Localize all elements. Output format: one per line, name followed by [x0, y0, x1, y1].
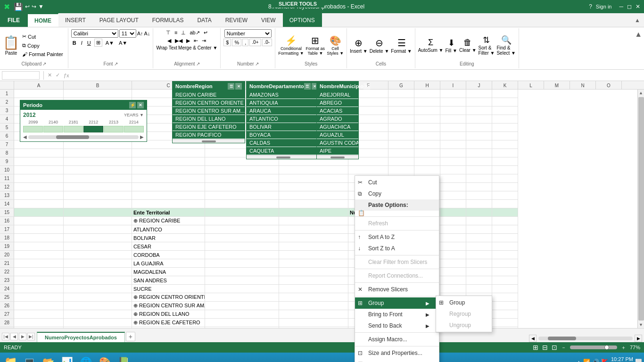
- text-rotate-btn[interactable]: ab↗: [188, 29, 201, 36]
- departamento-caldas[interactable]: CALDAS: [247, 139, 320, 147]
- list-item[interactable]: [132, 149, 205, 157]
- list-item[interactable]: [14, 268, 64, 276]
- list-item[interactable]: [388, 166, 414, 174]
- list-item[interactable]: [466, 166, 492, 174]
- close-icon[interactable]: ✕: [636, 3, 640, 10]
- list-item[interactable]: [205, 225, 279, 234]
- row-num-19[interactable]: 19: [0, 242, 14, 251]
- nombre-region-item-llano[interactable]: REGION DEL LLANO: [173, 115, 245, 123]
- taskbar-folder[interactable]: 📂: [40, 354, 57, 362]
- ctx-sort-za[interactable]: ↓ Sort Z to A: [355, 243, 439, 254]
- list-item[interactable]: [64, 310, 132, 319]
- list-item[interactable]: [205, 319, 279, 327]
- row-num-9[interactable]: 9: [0, 157, 14, 166]
- list-item[interactable]: [14, 310, 64, 319]
- tab-data[interactable]: DATA: [190, 13, 218, 27]
- ribbon-collapse-btn[interactable]: ▲: [635, 13, 644, 27]
- list-item[interactable]: [64, 208, 132, 217]
- municipio-acacias[interactable]: ACACIAS: [317, 107, 358, 115]
- list-item[interactable]: [279, 293, 348, 302]
- list-item[interactable]: [388, 140, 414, 149]
- row-num-12[interactable]: 12: [0, 183, 14, 191]
- tab-insert[interactable]: INSERT: [58, 13, 93, 27]
- periodo-bar-1[interactable]: [23, 126, 43, 132]
- list-item[interactable]: [466, 251, 492, 259]
- ctx-copy[interactable]: ⧉ Copy: [355, 188, 439, 199]
- row-num-3[interactable]: 3: [0, 107, 14, 115]
- taskbar-paint[interactable]: 🎨: [96, 354, 113, 362]
- col-header-A[interactable]: A: [14, 81, 64, 90]
- list-item[interactable]: [279, 217, 348, 225]
- list-item[interactable]: [440, 123, 466, 132]
- fill-color-btn[interactable]: A▼: [104, 40, 116, 46]
- list-item[interactable]: [492, 132, 518, 140]
- indent-decrease-btn[interactable]: ⇤: [192, 37, 199, 44]
- minimize-icon[interactable]: ─: [619, 3, 623, 10]
- list-item[interactable]: [14, 319, 64, 327]
- list-item[interactable]: [492, 123, 518, 132]
- periodo-filter-btn[interactable]: ⚡: [129, 102, 136, 108]
- cut-btn[interactable]: ✂ Cut: [20, 33, 65, 41]
- list-item[interactable]: [492, 115, 518, 123]
- row-num-7[interactable]: 7: [0, 140, 14, 149]
- col-header-G[interactable]: G: [388, 81, 414, 90]
- row-num-6[interactable]: 6: [0, 132, 14, 140]
- list-item[interactable]: [466, 191, 492, 200]
- list-item[interactable]: [440, 140, 466, 149]
- list-item[interactable]: [279, 268, 348, 276]
- row-num-24[interactable]: 24: [0, 285, 14, 293]
- departamento-antioquia[interactable]: ANTIOQUIA: [247, 99, 320, 107]
- insert-function-icon[interactable]: ƒx: [64, 73, 69, 78]
- municipio-agustin-codaz[interactable]: AGUSTIN CODAZ...: [317, 139, 358, 147]
- list-item[interactable]: [440, 208, 466, 217]
- list-item[interactable]: [14, 259, 64, 268]
- list-item[interactable]: [492, 276, 518, 285]
- list-item[interactable]: [279, 183, 348, 191]
- tray-network-icon[interactable]: 📶: [583, 359, 590, 362]
- list-item[interactable]: [440, 259, 466, 268]
- zoom-plus-btn[interactable]: ＋: [621, 344, 626, 351]
- list-item[interactable]: [492, 191, 518, 200]
- list-item[interactable]: [492, 157, 518, 166]
- list-item[interactable]: [64, 234, 132, 242]
- list-item[interactable]: [440, 217, 466, 225]
- list-item[interactable]: [466, 115, 492, 123]
- tab-formulas[interactable]: FORMULAS: [146, 13, 191, 27]
- row-num-25[interactable]: 25: [0, 293, 14, 302]
- list-item[interactable]: [64, 242, 132, 251]
- list-item[interactable]: [466, 123, 492, 132]
- tab-home[interactable]: HOME: [28, 13, 58, 27]
- list-item[interactable]: [14, 208, 64, 217]
- list-item[interactable]: [440, 115, 466, 123]
- list-item[interactable]: [205, 166, 279, 174]
- row-num-27[interactable]: 27: [0, 310, 14, 319]
- align-middle-btn[interactable]: ≡: [173, 29, 179, 36]
- format-table-btn[interactable]: ⊞ Format asTable ▼: [306, 35, 325, 56]
- list-item[interactable]: [492, 268, 518, 276]
- list-item[interactable]: [64, 276, 132, 285]
- list-item[interactable]: [132, 157, 205, 166]
- list-item[interactable]: [14, 251, 64, 259]
- list-item[interactable]: [466, 174, 492, 183]
- list-item[interactable]: [64, 302, 132, 310]
- list-item[interactable]: [205, 183, 279, 191]
- currency-btn[interactable]: $: [223, 39, 231, 46]
- list-item[interactable]: [64, 225, 132, 234]
- list-item[interactable]: [14, 183, 64, 191]
- list-item[interactable]: MAGDALENA: [132, 268, 205, 276]
- list-item[interactable]: [414, 123, 440, 132]
- list-item[interactable]: [440, 132, 466, 140]
- tab-file[interactable]: FILE: [0, 13, 28, 27]
- list-item[interactable]: [205, 259, 279, 268]
- show-desktop-btn[interactable]: ⬜: [635, 359, 642, 362]
- list-item[interactable]: [440, 183, 466, 191]
- list-item[interactable]: [492, 285, 518, 293]
- nombre-departamento-multiselect-btn[interactable]: ☰: [304, 83, 311, 90]
- list-item[interactable]: [388, 115, 414, 123]
- list-item[interactable]: [64, 268, 132, 276]
- list-item[interactable]: [492, 200, 518, 208]
- col-header-B[interactable]: B: [64, 81, 132, 90]
- list-item[interactable]: [492, 183, 518, 191]
- ctx-send-to-back[interactable]: Send to Back ▶: [355, 320, 439, 331]
- list-item[interactable]: [492, 107, 518, 115]
